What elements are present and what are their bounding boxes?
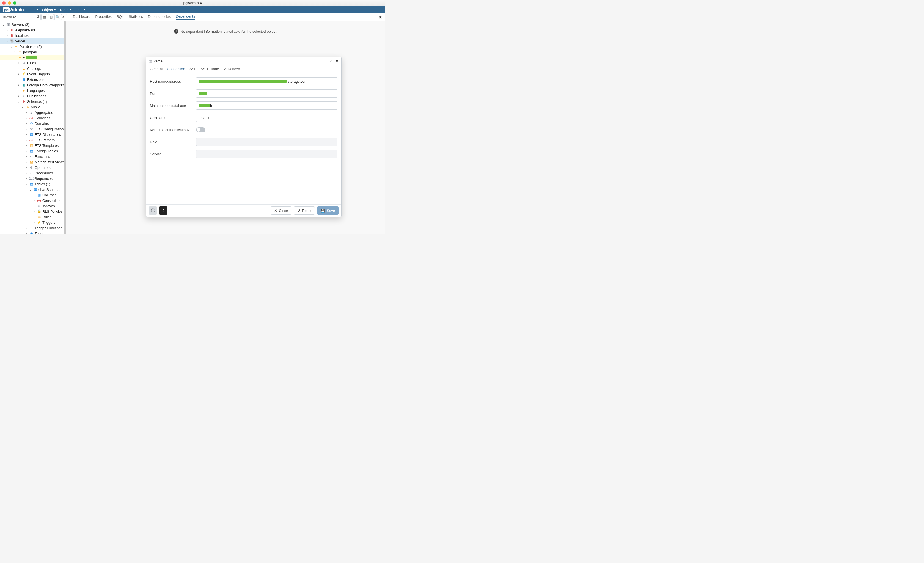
dialog-tab-connection[interactable]: Connection: [167, 67, 185, 73]
tree-toggle-icon[interactable]: ⌄: [6, 39, 9, 43]
menu-tools[interactable]: Tools▾: [59, 8, 71, 12]
tree-toggle-icon[interactable]: ›: [25, 127, 28, 130]
tree-item[interactable]: ⌄≡Databases (2): [0, 44, 66, 49]
tree-item[interactable]: ›⊘Casts: [0, 60, 66, 66]
tree-item[interactable]: ›⊙Operators: [0, 165, 66, 170]
tree-item[interactable]: ›▥Columns: [0, 192, 66, 198]
close-tab-icon[interactable]: ✕: [379, 15, 382, 20]
tree-toggle-icon[interactable]: ⌄: [13, 56, 16, 59]
tree-item[interactable]: ›▨Materialized Views: [0, 159, 66, 165]
tree-toggle-icon[interactable]: ›: [25, 171, 28, 175]
close-button[interactable]: ✕Close: [271, 207, 291, 215]
tree-item[interactable]: ›A↓Collations: [0, 115, 66, 121]
tree-item[interactable]: ›▦Foreign Tables: [0, 148, 66, 154]
tree-item[interactable]: ›1..3Sequences: [0, 176, 66, 181]
tree-item[interactable]: ›⚙FTS Configurations: [0, 126, 66, 132]
tree-toggle-icon[interactable]: ›: [25, 166, 28, 169]
tree-item[interactable]: ›▥FTS Templates: [0, 143, 66, 148]
tree-item[interactable]: ⌄🐘vercel: [0, 38, 66, 44]
tree-item[interactable]: ›()Procedures: [0, 170, 66, 176]
save-button[interactable]: 💾Save: [317, 207, 339, 215]
menu-file[interactable]: File▾: [29, 8, 38, 12]
tree-toggle-icon[interactable]: ›: [17, 89, 20, 92]
tree-item[interactable]: ›ΣAggregates: [0, 110, 66, 115]
close-dialog-icon[interactable]: ✕: [336, 59, 339, 63]
tree-toggle-icon[interactable]: ⌄: [17, 100, 20, 103]
tree-toggle-icon[interactable]: ›: [33, 204, 36, 208]
tree-item[interactable]: ›{}Functions: [0, 154, 66, 159]
dialog-tab-ssh-tunnel[interactable]: SSH Tunnel: [201, 67, 220, 73]
tree-item[interactable]: ›◆Types: [0, 231, 66, 235]
tree-toggle-icon[interactable]: ›: [33, 221, 36, 224]
tree-item[interactable]: ›▸◂Constraints: [0, 198, 66, 203]
menu-help[interactable]: Help▾: [75, 8, 85, 12]
tree-toggle-icon[interactable]: ›: [25, 122, 28, 125]
tree-toggle-icon[interactable]: ›: [25, 155, 28, 158]
reset-button[interactable]: ↺Reset: [294, 207, 315, 215]
tree-toggle-icon[interactable]: ›: [33, 215, 36, 219]
tree-toggle-icon[interactable]: ›: [25, 177, 28, 180]
dialog-tab-ssl[interactable]: SSL: [189, 67, 196, 73]
tab-sql[interactable]: SQL: [117, 15, 124, 19]
tree-item[interactable]: ›⇪Publications: [0, 93, 66, 99]
input-username[interactable]: [196, 114, 338, 122]
db-icon[interactable]: 🗄: [34, 14, 41, 20]
tree-toggle-icon[interactable]: ›: [17, 78, 20, 81]
tree-item[interactable]: ›▤FTS Dictionaries: [0, 132, 66, 137]
tree-toggle-icon[interactable]: ›: [33, 210, 36, 213]
tab-properties[interactable]: Properties: [95, 15, 112, 19]
tree-toggle-icon[interactable]: ›: [25, 149, 28, 153]
tree-toggle-icon[interactable]: ⌄: [28, 188, 32, 191]
tree-item[interactable]: ⌄▣Servers (3): [0, 22, 66, 27]
tree-toggle-icon[interactable]: ›: [25, 111, 28, 114]
tree-toggle-icon[interactable]: ›: [17, 72, 20, 76]
tree-item[interactable]: ›{}Trigger Functions: [0, 225, 66, 231]
tree-toggle-icon[interactable]: ›: [25, 144, 28, 147]
search-icon[interactable]: 🔍: [54, 14, 60, 20]
input-service[interactable]: [196, 150, 338, 158]
tree-toggle-icon[interactable]: ›: [25, 138, 28, 142]
dialog-info-button[interactable]: ⓘ: [149, 207, 157, 215]
menu-object[interactable]: Object▾: [42, 8, 55, 12]
tree-item[interactable]: ⌄◈public: [0, 104, 66, 110]
expand-icon[interactable]: ⤢: [330, 59, 333, 63]
tree-toggle-icon[interactable]: ›: [25, 133, 28, 136]
tree-item[interactable]: ›⊞Extensions: [0, 77, 66, 82]
input-role[interactable]: [196, 138, 338, 146]
tree-item[interactable]: ›⚡Event Triggers: [0, 71, 66, 77]
input-maintdb[interactable]: b: [196, 102, 338, 110]
tree-item[interactable]: ⌄≡v: [0, 55, 66, 60]
tree-toggle-icon[interactable]: ⌄: [21, 105, 24, 109]
grid-icon[interactable]: ▦: [41, 14, 47, 20]
input-host[interactable]: -storage.com: [196, 77, 338, 85]
dialog-help-button[interactable]: ?: [159, 207, 168, 215]
tree-toggle-icon[interactable]: ›: [25, 116, 28, 120]
tree-item[interactable]: ›🔒RLS Policies: [0, 209, 66, 214]
tree-toggle-icon[interactable]: ›: [25, 226, 28, 229]
tree-item[interactable]: ›◇Domains: [0, 121, 66, 126]
tree-toggle-icon[interactable]: ›: [25, 232, 28, 235]
tree-toggle-icon[interactable]: ›: [6, 28, 9, 31]
tree-toggle-icon[interactable]: ›: [17, 83, 20, 87]
input-port[interactable]: [196, 89, 338, 97]
tab-dashboard[interactable]: Dashboard: [73, 15, 90, 19]
tree-item[interactable]: ›🖥elephant-sql: [0, 27, 66, 33]
tree-toggle-icon[interactable]: ⌄: [9, 45, 13, 48]
tab-dependencies[interactable]: Dependencies: [148, 15, 171, 19]
dialog-tab-general[interactable]: General: [150, 67, 162, 73]
tree-toggle-icon[interactable]: ›: [25, 160, 28, 163]
filter-icon[interactable]: ▥: [48, 14, 54, 20]
terminal-icon[interactable]: >_: [61, 14, 67, 20]
sidebar-scrollbar[interactable]: [63, 21, 66, 235]
tab-statistics[interactable]: Statistics: [129, 15, 143, 19]
tree-item[interactable]: ›▭Rules: [0, 214, 66, 220]
tree-toggle-icon[interactable]: ›: [6, 34, 9, 37]
tree-item[interactable]: ›◈Languages: [0, 88, 66, 93]
tree-toggle-icon[interactable]: ›: [17, 94, 20, 97]
tree-item[interactable]: ›⎌Indexes: [0, 203, 66, 209]
tree-toggle-icon[interactable]: ⌄: [25, 182, 28, 186]
tree-toggle-icon[interactable]: ›: [17, 61, 20, 64]
tree-toggle-icon[interactable]: ›: [33, 199, 36, 202]
tree-toggle-icon[interactable]: ›: [33, 193, 36, 196]
tree-item[interactable]: ›▣Foreign Data Wrappers: [0, 82, 66, 88]
